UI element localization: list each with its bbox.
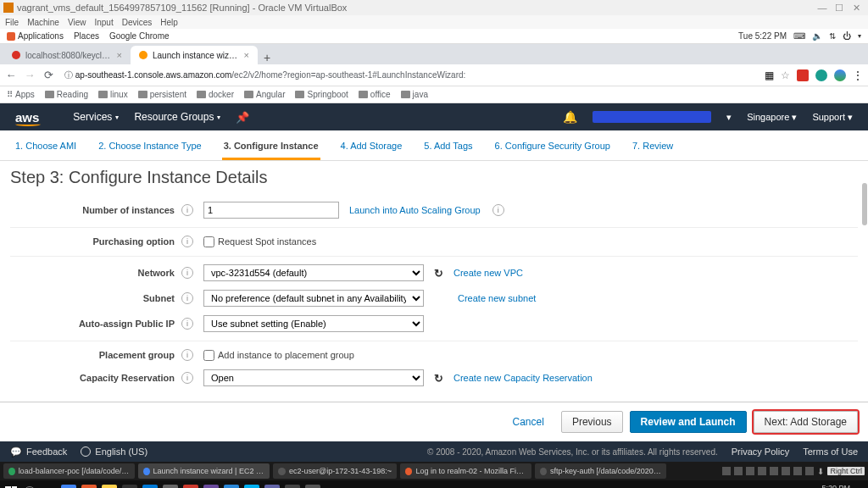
task-intellij-2[interactable]: sftp-key-auth [/data/code/2020/Teli...	[535, 463, 666, 479]
privacy-link[interactable]: Privacy Policy	[732, 446, 789, 457]
vb-menu-devices[interactable]: Devices	[122, 18, 153, 27]
back-button[interactable]: ←	[5, 69, 17, 81]
info-icon[interactable]: i	[181, 292, 193, 304]
vb-menu-view[interactable]: View	[68, 18, 86, 27]
outlook-taskbar-icon[interactable]	[224, 485, 239, 488]
tab-keycloak[interactable]: localhost:8080/keycloak/... ×	[3, 46, 131, 64]
virtualbox-taskbar-icon[interactable]	[183, 485, 198, 488]
close-button[interactable]: ✕	[848, 3, 865, 14]
close-icon[interactable]: ×	[244, 50, 249, 60]
bookmark-springboot[interactable]: Springboot	[295, 90, 348, 99]
system-tray[interactable]: ˄ ☁ 📶 🔊 5:20 PM 5 Aug 2019 💬	[760, 485, 865, 488]
explorer-taskbar-icon[interactable]	[102, 485, 117, 488]
step-review[interactable]: 7. Review	[631, 137, 675, 160]
ubuntu-places[interactable]: Places	[74, 31, 99, 41]
info-icon[interactable]: i	[181, 204, 193, 216]
vb-usb-icon[interactable]	[758, 467, 766, 475]
vb-optical-icon[interactable]	[734, 467, 743, 475]
firefox-taskbar-icon[interactable]	[81, 485, 97, 488]
task-terminal[interactable]: ec2-user@ip-172-31-43-198:~	[273, 463, 397, 479]
system-menu-icon[interactable]: ▾	[858, 32, 861, 40]
activities-icon[interactable]	[7, 32, 15, 41]
auto-ip-select[interactable]: Use subnet setting (Enable)	[203, 315, 424, 332]
language-menu[interactable]: English (US)	[81, 446, 147, 457]
ubuntu-active-app[interactable]: Google Chrome	[109, 31, 170, 41]
terms-link[interactable]: Terms of Use	[803, 446, 858, 457]
previous-button[interactable]: Previous	[561, 411, 623, 433]
extension-icon[interactable]	[815, 69, 827, 81]
refresh-icon[interactable]: ↻	[434, 372, 443, 385]
support-menu[interactable]: Support ▾	[812, 112, 853, 123]
teams-taskbar-icon[interactable]	[264, 485, 280, 488]
capacity-select[interactable]: Open	[203, 369, 424, 386]
info-icon[interactable]: i	[181, 236, 193, 247]
tab-aws[interactable]: Launch instance wizard | E... ×	[131, 46, 258, 64]
bookmark-linux[interactable]: linux	[98, 90, 128, 99]
reload-button[interactable]: ⟳	[42, 69, 54, 81]
forward-button[interactable]: →	[24, 69, 36, 81]
network-select[interactable]: vpc-3231d554 (default)	[203, 264, 424, 281]
app-taskbar-icon[interactable]	[285, 485, 300, 488]
vb-net-icon[interactable]	[746, 467, 754, 475]
info-icon[interactable]: i	[181, 318, 193, 330]
step-security-group[interactable]: 6. Configure Security Group	[493, 137, 612, 160]
bell-icon[interactable]: 🔔	[563, 110, 577, 124]
step-instance-type[interactable]: 2. Choose Instance Type	[97, 137, 203, 160]
qr-icon[interactable]: ▦	[765, 69, 774, 81]
services-menu[interactable]: Services▾	[73, 111, 119, 123]
step-add-tags[interactable]: 5. Add Tags	[422, 137, 474, 160]
vb-mouse-icon[interactable]	[805, 467, 814, 475]
bookmark-angular[interactable]: Angular	[244, 90, 285, 99]
subnet-select[interactable]: No preference (default subnet in any Ava…	[203, 290, 424, 307]
feedback-link[interactable]: 💬 Feedback	[10, 446, 67, 458]
asg-link[interactable]: Launch into Auto Scaling Group	[349, 205, 481, 215]
network-icon[interactable]: ⇅	[829, 31, 836, 41]
vb-menu-file[interactable]: File	[5, 18, 19, 27]
task-firefox[interactable]: Log in to realm-02 - Mozilla Firefox	[400, 463, 531, 479]
task-chrome[interactable]: Launch instance wizard | EC2 Manag...	[138, 463, 270, 479]
info-icon[interactable]: i	[492, 204, 504, 216]
next-add-storage-button[interactable]: Next: Add Storage	[754, 411, 858, 433]
region-menu[interactable]: Singapore ▾	[747, 112, 797, 123]
bookmark-persistent[interactable]: persistent	[138, 90, 186, 99]
spot-checkbox[interactable]: Request Spot instances	[203, 236, 316, 247]
bookmark-apps[interactable]: ⠿ Apps	[7, 90, 35, 99]
task-view-icon[interactable]: ▭	[41, 485, 56, 488]
info-icon[interactable]: i	[181, 372, 193, 384]
placement-checkbox[interactable]: Add instance to placement group	[203, 350, 354, 361]
bookmark-reading[interactable]: Reading	[45, 90, 88, 99]
ubuntu-applications[interactable]: Applications	[18, 31, 64, 41]
info-icon[interactable]: i	[181, 267, 193, 279]
step-choose-ami[interactable]: 1. Choose AMI	[14, 137, 78, 160]
pin-icon[interactable]: 📌	[236, 111, 249, 124]
profile-avatar[interactable]	[834, 69, 846, 81]
vb-shared-icon[interactable]	[770, 467, 778, 475]
skype-taskbar-icon[interactable]	[244, 485, 259, 488]
chrome-taskbar-icon[interactable]	[61, 485, 76, 488]
aws-logo[interactable]: aws	[15, 110, 39, 125]
close-icon[interactable]: ×	[117, 50, 122, 60]
account-menu[interactable]	[593, 111, 711, 123]
num-instances-input[interactable]	[203, 202, 339, 219]
new-subnet-link[interactable]: Create new subnet	[458, 293, 536, 303]
new-capacity-link[interactable]: Create new Capacity Reservation	[453, 373, 593, 383]
vb-display-icon[interactable]	[782, 467, 790, 475]
chrome-menu-icon[interactable]: ⋮	[853, 69, 863, 81]
review-launch-button[interactable]: Review and Launch	[630, 411, 747, 433]
bookmark-java[interactable]: java	[401, 90, 428, 99]
extension-icon[interactable]	[797, 69, 809, 81]
resource-groups-menu[interactable]: Resource Groups▾	[134, 111, 220, 123]
vb-disk-icon[interactable]	[722, 467, 731, 475]
app-taskbar-icon[interactable]	[203, 485, 219, 488]
minimize-button[interactable]: —	[814, 3, 831, 13]
step-add-storage[interactable]: 4. Add Storage	[339, 137, 404, 160]
speaker-icon[interactable]: 🔈	[812, 31, 822, 41]
refresh-icon[interactable]: ↻	[434, 267, 443, 280]
start-button[interactable]	[3, 485, 19, 488]
vb-menu-machine[interactable]: Machine	[27, 18, 59, 27]
bookmark-star-icon[interactable]: ☆	[781, 69, 790, 81]
power-icon[interactable]: ⏻	[843, 31, 851, 41]
terminal-taskbar-icon[interactable]	[122, 485, 137, 488]
step-configure-instance[interactable]: 3. Configure Instance	[222, 137, 320, 160]
vb-rec-icon[interactable]	[793, 467, 802, 475]
